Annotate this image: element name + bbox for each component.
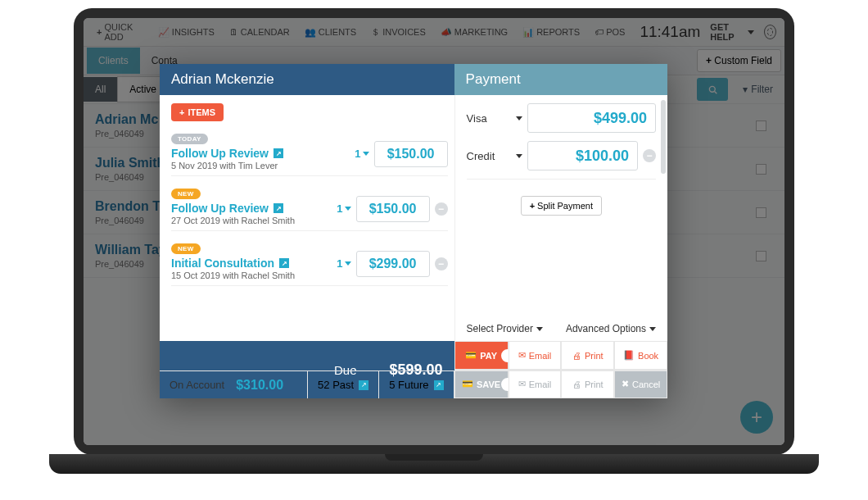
- on-account-label: On Account: [170, 379, 224, 391]
- email-button[interactable]: ✉Email: [509, 341, 562, 370]
- future-link[interactable]: 5 Future: [379, 371, 454, 398]
- scrollbar[interactable]: [661, 100, 666, 174]
- service-row: TODAY Follow Up Review 5 Nov 2019 with T…: [171, 130, 448, 176]
- past-link[interactable]: 52 Past: [308, 371, 379, 398]
- quantity-dropdown[interactable]: 1: [337, 239, 350, 270]
- payment-amount-input[interactable]: $499.00: [527, 103, 656, 133]
- payment-row: Credit $100.00 −: [467, 141, 656, 170]
- service-title[interactable]: Initial Consultation: [171, 257, 332, 270]
- service-subtitle: 15 Oct 2019 with Rachel Smith: [171, 270, 332, 280]
- service-title[interactable]: Follow Up Review: [171, 202, 332, 215]
- open-icon: [279, 258, 289, 268]
- remove-icon[interactable]: −: [435, 202, 448, 216]
- pay-button[interactable]: 💳PAY+: [454, 341, 509, 370]
- open-icon: [274, 203, 283, 213]
- today-badge: TODAY: [171, 134, 208, 144]
- service-title[interactable]: Follow Up Review: [171, 147, 350, 160]
- modal-title-client: Adrian Mckenzie: [160, 64, 454, 95]
- service-subtitle: 5 Nov 2019 with Tim Lever: [171, 161, 350, 170]
- service-row: NEW Follow Up Review 27 Oct 2019 with Ra…: [171, 184, 448, 231]
- print-button[interactable]: 🖨Print: [561, 341, 614, 370]
- payment-modal: Adrian Mckenzie Payment +ITEMS TODAY Fol…: [160, 64, 667, 398]
- split-payment-button[interactable]: +Split Payment: [521, 196, 602, 216]
- select-provider-dropdown[interactable]: Select Provider: [467, 323, 543, 334]
- quantity-dropdown[interactable]: 1: [337, 184, 350, 215]
- payment-method-dropdown[interactable]: Credit: [467, 150, 511, 162]
- new-badge: NEW: [171, 243, 201, 254]
- service-amount-input[interactable]: $299.00: [356, 251, 430, 277]
- advanced-options-dropdown[interactable]: Advanced Options: [566, 323, 656, 334]
- chevron-down-icon: [516, 154, 522, 158]
- payment-amount-input[interactable]: $100.00: [527, 141, 638, 170]
- on-account-amount: $310.00: [236, 378, 283, 393]
- open-icon: [434, 380, 444, 390]
- service-row: NEW Initial Consultation 15 Oct 2019 wit…: [171, 239, 448, 286]
- remove-icon[interactable]: −: [435, 257, 448, 270]
- chevron-down-icon: [516, 116, 522, 120]
- quantity-dropdown[interactable]: 1: [355, 130, 368, 160]
- open-icon: [359, 380, 368, 390]
- new-badge: NEW: [171, 189, 201, 199]
- service-amount-input[interactable]: $150.00: [374, 141, 448, 167]
- remove-icon[interactable]: −: [643, 149, 656, 162]
- service-amount-input[interactable]: $150.00: [356, 196, 430, 222]
- payment-row: Visa $499.00: [467, 103, 656, 133]
- modal-title-payment: Payment: [454, 64, 667, 95]
- payment-method-dropdown[interactable]: Visa: [467, 112, 511, 125]
- add-items-button[interactable]: +ITEMS: [171, 103, 224, 121]
- service-subtitle: 27 Oct 2019 with Rachel Smith: [171, 216, 332, 225]
- laptop-frame: [49, 454, 819, 474]
- book-button[interactable]: 📕Book: [614, 341, 667, 370]
- open-icon: [274, 148, 283, 158]
